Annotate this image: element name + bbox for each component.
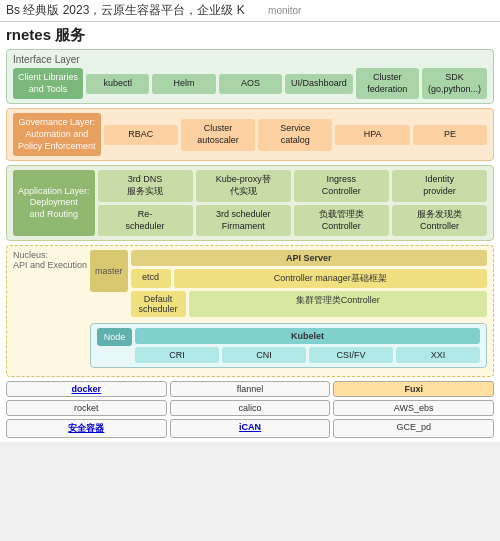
interface-cell-aos: AOS (219, 74, 282, 94)
controller-manager-cell: Controller manager基础框架 (174, 269, 487, 288)
interface-cell-dashboard: UI/Dashboard (285, 74, 353, 94)
api-server-bar: API Server (131, 250, 487, 266)
gov-cell-catalog: Service catalog (258, 119, 332, 150)
master-label: master (90, 250, 128, 292)
interface-cell-federation: Cluster federation (356, 68, 419, 99)
governance-layer: Governance Layer: Automation and Policy … (6, 108, 494, 161)
application-left: Application Layer: Deployment and Routin… (13, 170, 95, 236)
node-cell-cni: CNI (222, 347, 306, 363)
page-title: rnetes 服务 (6, 26, 494, 45)
governance-left-cell: Governance Layer: Automation and Policy … (13, 113, 101, 156)
nucleus-layer: Nucleus: API and Execution master API Se… (6, 245, 494, 377)
pill-5: AWS_ebs (333, 400, 494, 416)
pill-0: docker (6, 381, 167, 397)
app-ingress: Ingress Controller (294, 170, 389, 201)
pill-7: iCAN (170, 419, 331, 438)
top-banner: Bs 经典版 2023，云原生容器平台，企业级 K monitor (0, 0, 500, 22)
pill-8: GCE_pd (333, 419, 494, 438)
nucleus-label: Nucleus: API and Execution (13, 250, 87, 270)
app-kube-proxy: Kube-proxy替 代实现 (196, 170, 291, 201)
interface-left-cell: Client Libraries and Tools (13, 68, 83, 99)
cluster-controller-cell: 集群管理类Controller (189, 291, 487, 317)
interface-cell-kubectl: kubectl (86, 74, 149, 94)
pill-6: 安全容器 (6, 419, 167, 438)
node-cell-cri: CRI (135, 347, 219, 363)
main-container: rnetes 服务 Interface Layer Client Librari… (0, 22, 500, 442)
node-cell-csifv: CSI/FV (309, 347, 393, 363)
gov-cell-autoscaler: Cluster autoscaler (181, 119, 255, 150)
app-dns: 3rd DNS 服务实现 (98, 170, 193, 201)
interface-cell-helm: Helm (152, 74, 215, 94)
kubelet-bar: Kubelet (135, 328, 480, 344)
node-cell-xxi: XXI (396, 347, 480, 363)
gov-cell-pe: PE (413, 125, 487, 145)
app-firmament: 3rd scheduler Firmament (196, 205, 291, 236)
gov-cell-rbac: RBAC (104, 125, 178, 145)
etcd-cell: etcd (131, 269, 171, 288)
default-scheduler-cell: Default scheduler (131, 291, 186, 317)
interface-cell-sdk: SDK (go,python...) (422, 68, 487, 99)
node-label: Node (97, 328, 132, 346)
app-identity: Identity provider (392, 170, 487, 201)
application-layer: Application Layer: Deployment and Routin… (6, 165, 494, 241)
gov-cell-hpa: HPA (335, 125, 409, 145)
interface-layer: Interface Layer Client Libraries and Too… (6, 49, 494, 104)
pill-2: Fuxi (333, 381, 494, 397)
app-discovery-ctrl: 服务发现类 Controller (392, 205, 487, 236)
app-load-ctrl: 负载管理类 Controller (294, 205, 389, 236)
interface-layer-label: Interface Layer (13, 54, 487, 65)
node-section: Node Kubelet CRI CNI CSI/FV XXI (90, 323, 487, 368)
app-rescheduler: Re- scheduler (98, 205, 193, 236)
pill-4: calico (170, 400, 331, 416)
pill-3: rocket (6, 400, 167, 416)
pill-1: flannel (170, 381, 331, 397)
bottom-pills-grid: dockerflannelFuxirocketcalicoAWS_ebs安全容器… (6, 381, 494, 438)
